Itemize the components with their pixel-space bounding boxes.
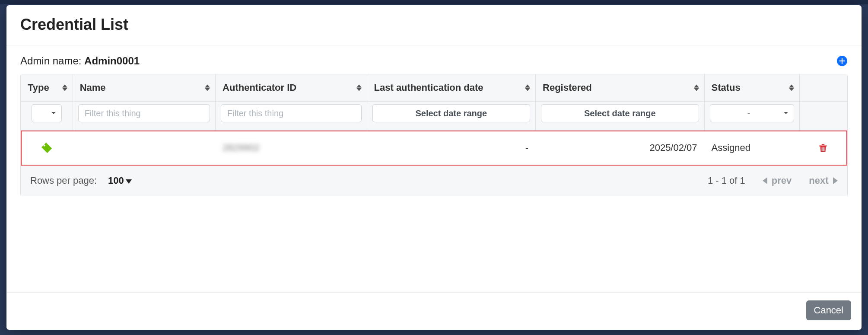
sort-icon	[525, 85, 530, 91]
cancel-button[interactable]: Cancel	[806, 300, 851, 320]
plus-circle-icon	[836, 55, 848, 67]
col-header-authenticator-id[interactable]: Authenticator ID	[216, 74, 367, 102]
sort-icon	[356, 85, 362, 91]
col-header-name[interactable]: Name	[73, 74, 215, 102]
filter-auth-input[interactable]	[221, 104, 361, 122]
svg-rect-2	[839, 61, 845, 61]
next-button[interactable]: next	[809, 175, 837, 186]
sort-icon	[694, 85, 699, 91]
credential-list-modal: Credential List Admin name: Admin0001	[6, 5, 862, 330]
cell-name	[73, 131, 215, 166]
col-header-last-auth[interactable]: Last authentication date	[367, 74, 536, 102]
table-row[interactable]: 2829902 - 2025/02/07 Assigned	[21, 131, 847, 166]
delete-button[interactable]	[807, 142, 840, 153]
col-header-type[interactable]: Type	[21, 74, 73, 102]
svg-rect-4	[822, 147, 823, 151]
chevron-right-icon	[833, 177, 838, 184]
admin-name-label: Admin name: Admin0001	[20, 55, 140, 67]
filter-status-select[interactable]: -	[710, 104, 794, 122]
credential-table: Type Name Authenticator ID	[20, 74, 848, 196]
sort-icon	[789, 85, 794, 91]
tag-icon	[28, 141, 66, 155]
rows-per-page-select[interactable]: 100	[108, 175, 132, 186]
sort-icon	[205, 85, 210, 91]
col-header-status[interactable]: Status	[704, 74, 799, 102]
cell-auth-id: 2829902	[223, 142, 260, 153]
admin-name-value: Admin0001	[84, 55, 140, 67]
cell-last-auth: -	[367, 131, 536, 166]
chevron-down-icon	[126, 179, 132, 184]
svg-rect-5	[823, 147, 824, 151]
modal-title: Credential List	[20, 16, 848, 34]
col-header-registered[interactable]: Registered	[536, 74, 705, 102]
filter-registered-daterange[interactable]: Select date range	[541, 104, 699, 122]
col-header-actions	[799, 74, 847, 102]
modal-footer: Cancel	[6, 292, 862, 330]
rows-per-page-label: Rows per page:	[30, 175, 97, 186]
cell-registered: 2025/02/07	[536, 131, 705, 166]
filter-type-select[interactable]	[32, 104, 62, 122]
trash-icon	[817, 142, 829, 153]
add-credential-button[interactable]	[836, 55, 848, 67]
cell-status: Assigned	[704, 131, 799, 166]
svg-rect-6	[824, 147, 825, 151]
chevron-left-icon	[763, 177, 767, 184]
filter-name-input[interactable]	[78, 104, 210, 122]
pagination-range: 1 - 1 of 1	[708, 175, 745, 186]
pagination: Rows per page: 100 1 - 1 of 1	[30, 175, 838, 186]
svg-point-3	[43, 145, 45, 147]
filter-last-auth-daterange[interactable]: Select date range	[372, 104, 531, 122]
sort-icon	[62, 85, 67, 91]
modal-header: Credential List	[6, 5, 862, 45]
prev-button[interactable]: prev	[763, 175, 792, 186]
